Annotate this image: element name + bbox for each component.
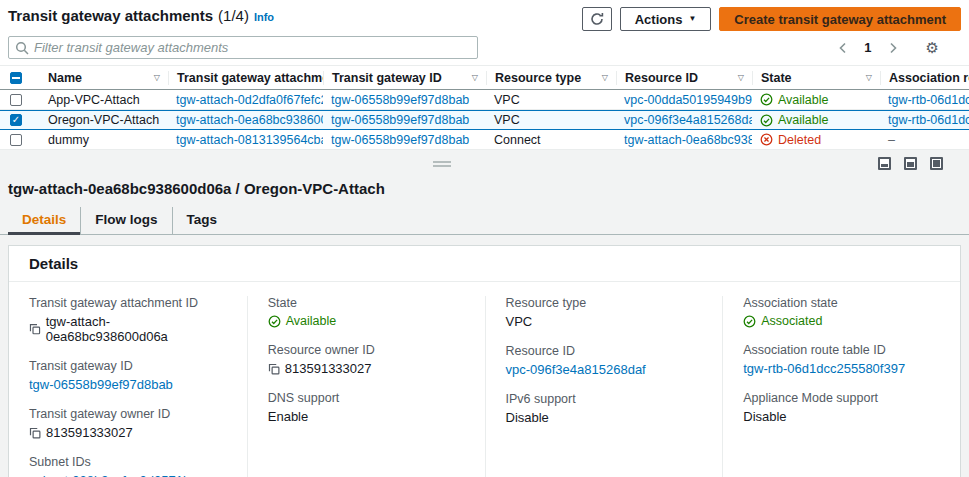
copy-icon[interactable]	[29, 427, 41, 439]
details-grid: Transit gateway attachment ID tgw-attach…	[9, 282, 960, 477]
tab-tags[interactable]: Tags	[172, 207, 232, 234]
column-header-state[interactable]: State▽	[752, 71, 880, 85]
info-link[interactable]: Info	[254, 11, 274, 23]
field-subnet-ids: Subnet IDs subnet-038b9ecfec0d0571b	[29, 455, 227, 477]
details-column-2: State Available Resource owner ID 813591…	[247, 296, 485, 477]
assoc-rtb-link[interactable]: tgw-rtb-06d1dcc255580f397	[888, 93, 969, 107]
field-attachment-id: Transit gateway attachment ID tgw-attach…	[29, 296, 227, 344]
attachment-id-link[interactable]: tgw-attach-0ea68bc938600d06a	[176, 113, 323, 127]
association-state-badge: Associated	[743, 314, 822, 328]
row-checkbox[interactable]	[10, 134, 22, 146]
header-actions: Actions ▼ Create transit gateway attachm…	[582, 7, 961, 31]
table-row[interactable]: dummy tgw-attach-0813139564cba3c5d tgw-0…	[0, 130, 969, 150]
tgw-id-link[interactable]: tgw-06558b99ef97d8bab	[29, 377, 173, 392]
table-row-selected[interactable]: ✓ Oregon-VPC-Attach tgw-attach-0ea68bc93…	[0, 110, 969, 130]
tgw-id-link[interactable]: tgw-06558b99ef97d8bab	[331, 113, 469, 127]
page-title-group: Transit gateway attachments (1/4) Info	[8, 7, 274, 24]
attachments-table: Name▽ Transit gateway attachment ID▽ Tra…	[0, 65, 969, 150]
details-column-1: Transit gateway attachment ID tgw-attach…	[9, 296, 247, 477]
panel-size-large-icon[interactable]	[930, 157, 943, 170]
create-attachment-label: Create transit gateway attachment	[734, 12, 946, 27]
cell-resource-type: VPC	[486, 93, 616, 107]
filter-input[interactable]	[34, 40, 471, 55]
appliance-mode-value: Disable	[743, 409, 940, 424]
table-section: Transit gateway attachments (1/4) Info A…	[0, 0, 969, 150]
actions-button-label: Actions	[635, 12, 683, 27]
resource-owner-id-value: 813591333027	[285, 361, 372, 376]
panel-size-buttons	[878, 157, 943, 170]
column-header-name[interactable]: Name▽	[40, 71, 168, 85]
panel-drag-handle[interactable]	[433, 161, 451, 169]
table-row[interactable]: App-VPC-Attach tgw-attach-0d2dfa0f67fefc…	[0, 90, 969, 110]
copy-icon[interactable]	[268, 363, 280, 375]
subnet-id-link[interactable]: subnet-038b9ecfec0d0571b	[29, 473, 190, 477]
ipv6-support-value: Disable	[506, 410, 703, 425]
page-number[interactable]: 1	[862, 40, 873, 55]
resource-type-value: VPC	[506, 314, 703, 329]
assoc-rtb-link[interactable]: tgw-rtb-06d1dcc255580f397	[743, 361, 905, 376]
column-header-assoc-rtb[interactable]: Association route table ID	[880, 71, 969, 85]
selected-count: (1/4)	[218, 7, 249, 24]
details-heading: Details	[9, 246, 960, 282]
prev-page-button[interactable]	[834, 39, 852, 57]
tgw-id-link[interactable]: tgw-06558b99ef97d8bab	[331, 133, 469, 147]
attachment-id-link[interactable]: tgw-attach-0813139564cba3c5d	[176, 133, 323, 147]
cell-name: App-VPC-Attach	[40, 93, 168, 107]
split-panel-header	[0, 150, 969, 180]
field-ipv6-support: IPv6 support Disable	[506, 392, 703, 425]
field-dns-support: DNS support Enable	[268, 391, 465, 424]
actions-button[interactable]: Actions ▼	[620, 7, 712, 31]
sort-icon[interactable]: ▽	[472, 73, 478, 82]
refresh-button[interactable]	[582, 7, 612, 31]
copy-icon[interactable]	[29, 323, 41, 335]
panel-title: tgw-attach-0ea68bc938600d06a / Oregon-VP…	[0, 180, 969, 197]
column-header-resource-id[interactable]: Resource ID▽	[616, 71, 752, 85]
row-checkbox[interactable]	[10, 94, 22, 106]
column-header-resource-type[interactable]: Resource type▽	[486, 71, 616, 85]
cell-resource-type: VPC	[486, 113, 616, 127]
preferences-gear-icon[interactable]: ⚙	[926, 40, 939, 55]
tab-details[interactable]: Details	[8, 207, 80, 234]
caret-down-icon: ▼	[688, 15, 696, 23]
resource-id-link[interactable]: vpc-096f3e4a815268daf	[624, 113, 752, 127]
sort-icon[interactable]: ▽	[154, 73, 160, 82]
cell-name: dummy	[40, 133, 168, 147]
next-page-button[interactable]	[884, 39, 902, 57]
resource-id-link[interactable]: vpc-096f3e4a815268daf	[506, 362, 646, 377]
tgw-id-link[interactable]: tgw-06558b99ef97d8bab	[331, 93, 469, 107]
filter-box[interactable]	[8, 36, 478, 59]
header-bar: Transit gateway attachments (1/4) Info A…	[0, 0, 969, 31]
field-state: State Available	[268, 296, 465, 328]
panel-size-medium-icon[interactable]	[904, 157, 917, 170]
field-assoc-rtb-id: Association route table ID tgw-rtb-06d1d…	[743, 343, 940, 376]
attachment-id-link[interactable]: tgw-attach-0d2dfa0f67fefc296	[176, 93, 323, 107]
column-header-attachment-id[interactable]: Transit gateway attachment ID▽	[168, 71, 323, 85]
column-header-tgw-id[interactable]: Transit gateway ID▽	[323, 71, 486, 85]
field-tgw-owner-id: Transit gateway owner ID 813591333027	[29, 407, 227, 440]
refresh-icon	[590, 12, 604, 26]
sort-icon[interactable]: ▽	[738, 73, 744, 82]
panel-size-small-icon[interactable]	[878, 157, 891, 170]
field-appliance-mode: Appliance Mode support Disable	[743, 391, 940, 424]
field-resource-id: Resource ID vpc-096f3e4a815268daf	[506, 344, 703, 377]
field-resource-owner-id: Resource owner ID 813591333027	[268, 343, 465, 376]
select-all-checkbox[interactable]	[10, 72, 22, 84]
pagination: 1 ⚙	[834, 39, 939, 57]
resource-id-link[interactable]: vpc-00dda50195949b996	[624, 93, 752, 107]
sort-icon[interactable]: ▽	[602, 73, 608, 82]
check-circle-icon	[268, 315, 281, 328]
create-attachment-button[interactable]: Create transit gateway attachment	[719, 7, 961, 31]
state-badge: Deleted	[760, 133, 821, 147]
check-circle-icon	[760, 93, 773, 106]
field-association-state: Association state Associated	[743, 296, 940, 328]
attachment-id-value: tgw-attach-0ea68bc938600d06a	[46, 314, 227, 344]
sort-icon[interactable]: ▽	[866, 73, 872, 82]
row-checkbox[interactable]: ✓	[10, 114, 22, 126]
cell-name: Oregon-VPC-Attach	[40, 113, 168, 127]
check-circle-icon	[760, 114, 773, 127]
details-card: Details Transit gateway attachment ID tg…	[8, 245, 961, 477]
details-column-3: Resource type VPC Resource ID vpc-096f3e…	[485, 296, 723, 477]
resource-id-link[interactable]: tgw-attach-0ea68bc938…	[624, 133, 752, 147]
assoc-rtb-link[interactable]: tgw-rtb-06d1dcc255580f397	[888, 113, 969, 127]
tab-flow-logs[interactable]: Flow logs	[80, 207, 171, 234]
